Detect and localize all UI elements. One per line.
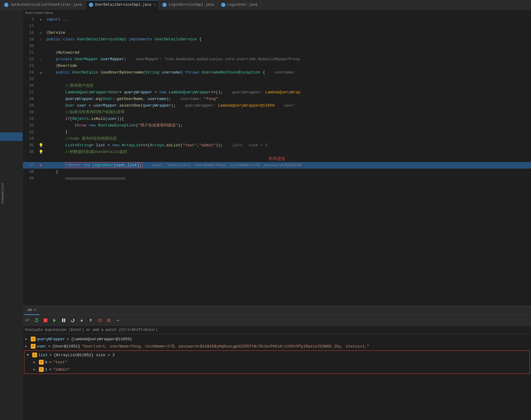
code-text-26[interactable]: //查询用户信息 — [45, 82, 531, 89]
debug-input-hint: Evaluate expression (Enter) or add a wat… — [25, 328, 158, 332]
var-row-querywrapper[interactable]: ▶ ≡ queryWrapper = {LambdaQueryWrapper@1… — [23, 335, 531, 343]
line-num-23: 23 — [23, 63, 37, 69]
tab-close-userdetail[interactable]: × — [154, 3, 156, 7]
line-gutter-22: ✓ — [37, 56, 45, 63]
var-row-list[interactable]: ▼ ≡ list = {ArrayList@11052} size = 2 — [24, 351, 529, 359]
code-text-37[interactable]: return new LoginUser(user,list); user: "… — [45, 162, 531, 169]
line-gutter-20 — [37, 43, 45, 49]
step-over-button[interactable] — [69, 317, 76, 324]
line-num-3: 3 — [23, 16, 37, 23]
code-text-20[interactable] — [45, 43, 531, 49]
debug-label: or — [25, 318, 30, 322]
line-num-22: 22 — [23, 56, 37, 63]
code-line-30: 30 //如果没有查询到用户就抛出异常 — [23, 109, 531, 116]
expand-arrow-list-1[interactable]: ▶ — [33, 368, 38, 371]
code-text-24[interactable]: public UserDetails loadUserByUsername(St… — [45, 69, 531, 76]
var-row-list-0[interactable]: ▶ ≡ 0 = "test" — [24, 359, 529, 366]
debug-variables: ▶ ≡ queryWrapper = {LambdaQueryWrapper@1… — [23, 334, 531, 420]
pause-button[interactable] — [60, 317, 67, 324]
code-text-22[interactable]: private UserMapper userMapper; userMappe… — [45, 56, 531, 63]
resume-button[interactable] — [51, 317, 58, 324]
code-line-25: 25 — [23, 76, 531, 82]
line-gutter-36: 💡 — [37, 149, 45, 155]
line-gutter-29 — [37, 102, 45, 109]
code-text-34[interactable]: //todo 查询对应的权限信息 — [45, 135, 531, 142]
more-button[interactable]: ⋯ — [115, 317, 121, 324]
tab-jwt[interactable]: JwtAuthenticationTokenFilter.java — [1, 0, 85, 10]
arrow-icon-3: ▶ — [40, 18, 42, 21]
expand-arrow-user[interactable]: ▶ — [25, 344, 30, 348]
var-str-user: "User(id=1, userName=feng, nickName=小冯, … — [82, 344, 369, 349]
editor-area: Exercises\Secu 3 ▶ import ... 17 18 — [23, 10, 531, 420]
expand-arrow-list-0[interactable]: ▶ — [33, 360, 38, 364]
restart-button[interactable] — [33, 317, 40, 324]
code-line-26: 26 //查询用户信息 — [23, 82, 531, 89]
line-gutter-17 — [37, 23, 45, 30]
code-line-3: 3 ▶ import ... — [23, 16, 531, 23]
tab-icon-loginservice — [162, 3, 167, 7]
evaluate-button[interactable] — [96, 317, 103, 324]
line-num-38: 38 — [23, 169, 37, 175]
line-num-30: 30 — [23, 109, 37, 116]
var-str-list-1: "admin" — [53, 367, 70, 372]
var-name-list: list — [38, 353, 48, 357]
code-line-28: 28 queryWrapper.eq(User::getUserName, us… — [23, 96, 531, 102]
tab-loginuser[interactable]: LoginUser.java — [218, 0, 261, 10]
code-line-38: 38 } — [23, 169, 531, 175]
line-num-20: 20 — [23, 43, 37, 49]
line-gutter-25 — [37, 76, 45, 82]
line-gutter-28 — [37, 96, 45, 102]
code-text-25[interactable] — [45, 76, 531, 82]
check-icon-22: ✓ — [40, 57, 42, 62]
debug-tab-on[interactable]: on × — [24, 306, 39, 315]
line-num-39: 39 — [23, 175, 37, 182]
tab-bar: JwtAuthenticationTokenFilter.java UserDe… — [0, 0, 531, 10]
line-num-31: 31 — [23, 116, 37, 122]
debug-input-area: Evaluate expression (Enter) or add a wat… — [23, 326, 531, 334]
expand-arrow-querywrapper[interactable]: ▶ — [25, 337, 30, 341]
var-val-querywrapper: {LambdaQueryWrapper@11050} — [71, 337, 132, 341]
tab-userdetail[interactable]: UserDetailServiceImpl.java × — [86, 0, 159, 10]
step-into-button[interactable] — [78, 317, 85, 324]
var-val-list: {ArrayList@11052} size = 2 — [54, 353, 115, 357]
code-text-21[interactable]: @Autowired — [45, 49, 531, 56]
code-text-29[interactable]: User user = userMapper.selectOne(queryWr… — [45, 102, 531, 109]
code-text-19[interactable]: public class UserDetailServiceImpl imple… — [45, 36, 531, 43]
code-text-18[interactable]: @Service — [45, 30, 531, 36]
code-text-27[interactable]: LambdaQueryWrapper<User> queryWrapper = … — [45, 89, 531, 96]
code-text-39[interactable] — [45, 175, 531, 182]
code-text-35[interactable]: List<String> list = new ArrayList<>(Arra… — [45, 142, 531, 149]
expand-arrow-list[interactable]: ▼ — [27, 353, 31, 357]
code-text-32[interactable]: throw new RuntimeException("用户名或者密码错误"); — [45, 122, 531, 129]
step-out-button[interactable] — [87, 317, 94, 324]
var-group-list: ▼ ≡ list = {ArrayList@11052} size = 2 ▶ … — [24, 350, 530, 374]
line-gutter-30 — [37, 109, 45, 116]
bulb-icon-36: 💡 — [39, 150, 43, 154]
code-text-17[interactable] — [45, 23, 531, 30]
line-gutter-32 — [37, 122, 45, 129]
stop-button[interactable] — [42, 317, 49, 324]
code-text-23[interactable]: @Override — [45, 63, 531, 69]
check-icon-19: ✓ — [40, 37, 42, 42]
breadcrumb: Exercises\Secu — [23, 10, 531, 16]
code-text-36[interactable]: //把数据封装成UserDetails返回 — [45, 149, 531, 155]
code-text-30[interactable]: //如果没有查询到用户就抛出异常 — [45, 109, 531, 116]
breakpoint-icon-37: ● — [40, 163, 42, 168]
debug-tab-close[interactable]: × — [34, 308, 36, 312]
code-text-38[interactable]: } — [45, 169, 531, 175]
var-icon-list: ≡ — [32, 353, 37, 357]
line-num-17: 17 — [23, 23, 37, 30]
var-name-list-1: 1 — [45, 367, 47, 372]
code-text-28[interactable]: queryWrapper.eq(User::getUserName, usern… — [45, 96, 531, 102]
code-text-3[interactable]: import ... — [45, 16, 531, 23]
var-icon-list-1: ≡ — [39, 367, 44, 372]
var-row-list-1[interactable]: ▶ ≡ 1 = "admin" — [24, 366, 529, 373]
code-text-33[interactable]: } — [45, 129, 531, 135]
var-row-user[interactable]: ▶ ≡ user = {User@11051} "User(id=1, user… — [23, 343, 531, 350]
svg-marker-1 — [53, 319, 56, 322]
clear-button[interactable] — [105, 317, 112, 324]
tab-loginservice[interactable]: LoginServiceImpl.java — [159, 0, 217, 10]
debug-tab-label: on — [28, 308, 32, 312]
code-text-31[interactable]: if(Objects.isNull(user)){ — [45, 116, 531, 122]
breadcrumb-text: Exercises\Secu — [25, 11, 53, 15]
